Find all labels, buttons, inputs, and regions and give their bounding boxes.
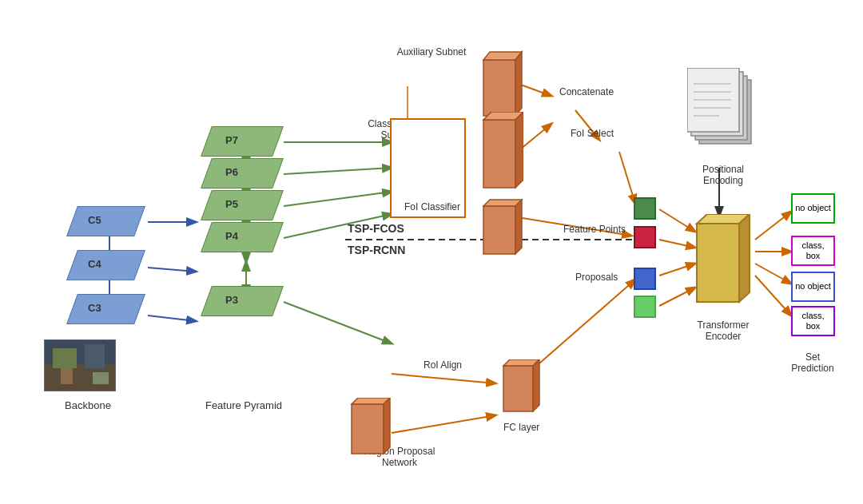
c3-block bbox=[66, 294, 145, 324]
set-prediction-label: Set Prediction bbox=[785, 351, 841, 374]
svg-marker-56 bbox=[384, 398, 390, 454]
transformer-encoder-block bbox=[687, 214, 751, 310]
classification-subnet-block bbox=[475, 112, 523, 196]
svg-marker-42 bbox=[483, 60, 515, 116]
p3-label: P3 bbox=[225, 294, 238, 306]
p5-label: P5 bbox=[225, 198, 238, 210]
pred-no-object-1: no object bbox=[791, 193, 835, 224]
svg-rect-40 bbox=[61, 368, 73, 384]
svg-marker-47 bbox=[515, 112, 523, 188]
svg-marker-68 bbox=[739, 214, 750, 302]
svg-line-30 bbox=[755, 264, 791, 284]
tsp-rcnn-label: TSP-RCNN bbox=[348, 244, 405, 256]
feature-points-label: Feature Points bbox=[563, 224, 626, 235]
proposals-label: Proposals bbox=[575, 272, 618, 283]
svg-line-26 bbox=[392, 415, 495, 433]
p4-block bbox=[201, 222, 284, 252]
svg-line-3 bbox=[148, 268, 196, 272]
svg-line-12 bbox=[284, 192, 392, 206]
svg-line-24 bbox=[392, 374, 495, 383]
roi-align-label: RoI Align bbox=[424, 359, 462, 371]
p4-label: P4 bbox=[225, 230, 238, 242]
auxiliary-subnet-block bbox=[475, 44, 523, 120]
feature-square-red bbox=[634, 226, 656, 248]
svg-rect-41 bbox=[93, 372, 109, 384]
feature-pyramid-label: Feature Pyramid bbox=[200, 399, 288, 411]
p7-block bbox=[201, 126, 284, 157]
p6-label: P6 bbox=[225, 166, 238, 178]
svg-line-31 bbox=[755, 276, 791, 315]
svg-marker-48 bbox=[483, 206, 515, 254]
transformer-encoder-label: TransformerEncoder bbox=[683, 319, 763, 342]
svg-marker-50 bbox=[515, 200, 522, 254]
pred-class-box-1: class, box bbox=[791, 236, 835, 266]
svg-line-18 bbox=[619, 152, 635, 204]
svg-line-14 bbox=[284, 302, 392, 343]
p7-label: P7 bbox=[225, 134, 238, 146]
feature-square-green-bottom bbox=[634, 296, 656, 318]
feature-square-green-top bbox=[634, 197, 656, 220]
concatenate-label: Concatenate bbox=[559, 86, 614, 97]
c3-label: C3 bbox=[88, 302, 101, 314]
svg-marker-51 bbox=[503, 366, 533, 411]
backbone-label: Backbone bbox=[48, 399, 128, 411]
svg-marker-54 bbox=[352, 404, 384, 454]
foi-classifier-label: FoI Classifier bbox=[396, 201, 468, 212]
fc-layer-label: FC layer bbox=[503, 422, 539, 433]
pred-class-box-2: class, box bbox=[791, 306, 835, 336]
c4-label: C4 bbox=[88, 258, 101, 270]
fc-layer-block bbox=[497, 359, 541, 415]
feature-square-blue bbox=[634, 268, 656, 290]
svg-line-2 bbox=[148, 315, 196, 321]
architecture-diagram: C5 C4 C3 Backbone P7 P6 P5 P4 P3 Feature… bbox=[0, 0, 863, 504]
backbone-image bbox=[44, 339, 116, 391]
auxiliary-subnet-label: Auxiliary Subnet bbox=[396, 46, 467, 58]
c4-block bbox=[66, 250, 145, 280]
p5-block bbox=[201, 190, 284, 220]
c5-block bbox=[66, 206, 145, 236]
svg-line-11 bbox=[284, 168, 392, 174]
pred-no-object-2: no object bbox=[791, 272, 835, 302]
foi-select-label: FoI Select bbox=[571, 128, 614, 139]
svg-line-28 bbox=[755, 212, 791, 240]
positional-encoding-label: PositionalEncoding bbox=[683, 164, 763, 186]
svg-marker-53 bbox=[533, 359, 539, 411]
positional-encoding-stack bbox=[687, 68, 759, 156]
foi-classifier-block bbox=[475, 198, 523, 258]
tsp-fcos-label: TSP-FCOS bbox=[348, 222, 404, 235]
svg-rect-39 bbox=[85, 344, 105, 368]
svg-rect-38 bbox=[53, 348, 77, 368]
p6-block bbox=[201, 158, 284, 189]
svg-marker-44 bbox=[515, 52, 522, 116]
svg-marker-45 bbox=[483, 120, 515, 188]
region-proposal-block bbox=[345, 398, 393, 458]
c5-label: C5 bbox=[88, 214, 101, 226]
svg-line-25 bbox=[527, 280, 635, 374]
p3-block bbox=[201, 286, 284, 316]
svg-marker-66 bbox=[697, 224, 739, 302]
